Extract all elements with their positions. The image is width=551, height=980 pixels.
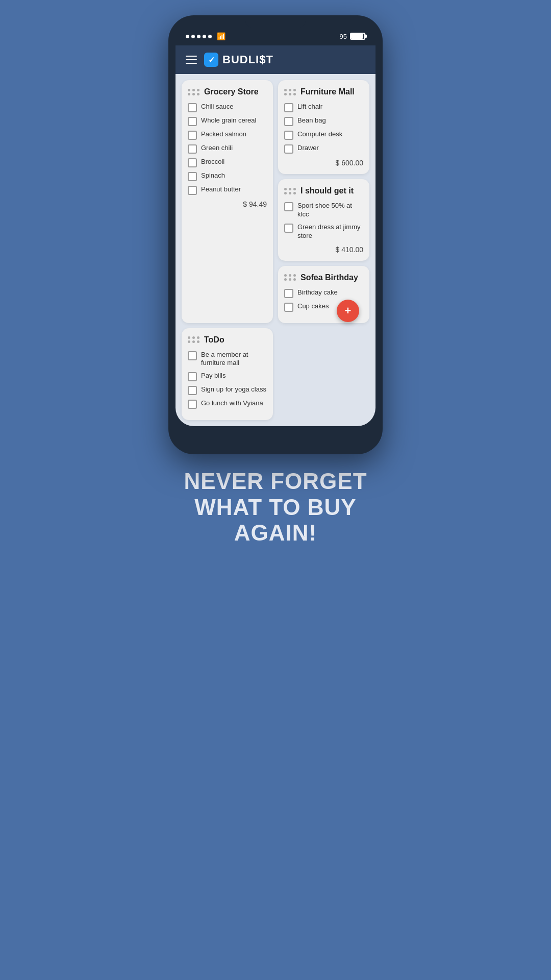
list-item: Broccoli — [188, 158, 267, 167]
checkbox[interactable] — [188, 131, 197, 140]
checkbox[interactable] — [188, 172, 197, 181]
item-text: Green dress at jimmy store — [297, 223, 363, 240]
checkbox[interactable] — [284, 224, 293, 233]
status-bar: 📶 95 — [176, 32, 375, 45]
list-title-birthday: Sofea Birthday — [300, 273, 358, 282]
item-text: Spinach — [201, 172, 225, 180]
list-header-birthday: Sofea Birthday — [284, 273, 363, 282]
item-text: Packed salmon — [201, 130, 246, 139]
item-text: Drawer — [297, 144, 319, 153]
item-text: Chili sauce — [201, 103, 234, 111]
list-item: Be a member at furniture mall — [188, 351, 267, 368]
list-item: Sign up for yoga class — [188, 385, 267, 395]
app-title: BUDLI$T — [222, 53, 273, 66]
checkbox[interactable] — [188, 103, 197, 112]
drag-handle-furniture[interactable] — [284, 89, 296, 95]
checkbox[interactable] — [188, 372, 197, 381]
item-text: Sign up for yoga class — [201, 385, 266, 394]
list-title-grocery: Grocery Store — [204, 87, 259, 96]
battery-percentage: 95 — [340, 33, 347, 40]
item-text: Bean bag — [297, 116, 326, 125]
list-header-todo: ToDo — [188, 335, 267, 345]
signal-area: 📶 — [186, 32, 226, 40]
list-header-grocery: Grocery Store — [188, 87, 267, 96]
item-text: Peanut butter — [201, 185, 241, 194]
list-item: Computer desk — [284, 130, 363, 140]
phone-shell: 📶 95 ✓ BUDLI$T — [168, 15, 383, 454]
item-text: Lift chair — [297, 103, 322, 111]
list-card-grocery: Grocery Store Chili sauce Whole grain ce… — [182, 80, 273, 323]
tagline: NEVER FORGET WHAT TO BUY AGAIN! — [153, 454, 398, 556]
battery-icon — [350, 33, 365, 40]
list-item: Spinach — [188, 172, 267, 181]
checkbox[interactable] — [284, 103, 293, 112]
app-content: Grocery Store Chili sauce Whole grain ce… — [176, 74, 375, 426]
wifi-icon: 📶 — [217, 32, 226, 40]
item-text: Whole grain cereal — [201, 116, 256, 125]
lists-grid: Grocery Store Chili sauce Whole grain ce… — [182, 80, 369, 323]
drag-handle-grocery[interactable] — [188, 89, 200, 95]
drag-handle-todo[interactable] — [188, 336, 200, 343]
drag-handle-birthday[interactable] — [284, 274, 296, 281]
list-card-todo: ToDo Be a member at furniture mall Pay b… — [182, 328, 273, 421]
item-text: Be a member at furniture mall — [201, 351, 267, 368]
checkbox[interactable] — [188, 144, 197, 154]
checkbox[interactable] — [284, 289, 293, 298]
notch — [245, 15, 306, 28]
item-text: Sport shoe 50% at klcc — [297, 202, 363, 219]
list-item: Sport shoe 50% at klcc — [284, 202, 363, 219]
list-card-birthday: Sofea Birthday Birthday cake Cup cakes + — [278, 266, 369, 323]
list-item: Birthday cake — [284, 288, 363, 298]
checkbox[interactable] — [284, 117, 293, 126]
item-text: Broccoli — [201, 158, 224, 166]
list-total-ishould: $ 410.00 — [284, 246, 363, 254]
list-header-ishould: I should get it — [284, 186, 363, 195]
drag-handle-ishould[interactable] — [284, 188, 296, 194]
list-item: Bean bag — [284, 116, 363, 126]
item-text: Pay bills — [201, 372, 226, 380]
list-total-grocery: $ 94.49 — [188, 200, 267, 208]
list-total-furniture: $ 600.00 — [284, 159, 363, 167]
list-card-furniture: Furniture Mall Lift chair Bean bag — [278, 80, 369, 174]
list-item: Peanut butter — [188, 185, 267, 195]
checkbox[interactable] — [284, 303, 293, 312]
checkbox[interactable] — [188, 386, 197, 395]
checkbox[interactable] — [188, 400, 197, 409]
checkbox[interactable] — [188, 117, 197, 126]
item-text: Green chili — [201, 144, 233, 153]
list-card-ishould: I should get it Sport shoe 50% at klcc G… — [278, 179, 369, 261]
list-item: Go lunch with Vyiana — [188, 399, 267, 409]
checkbox[interactable] — [284, 144, 293, 154]
hamburger-menu-button[interactable] — [186, 56, 197, 64]
list-item: Green dress at jimmy store — [284, 223, 363, 240]
phone-wrapper: 📶 95 ✓ BUDLI$T — [153, 0, 398, 556]
list-item: Lift chair — [284, 103, 363, 112]
checkbox[interactable] — [188, 186, 197, 195]
checkbox[interactable] — [284, 202, 293, 211]
checkbox[interactable] — [188, 158, 197, 167]
list-item: Packed salmon — [188, 130, 267, 140]
item-text: Birthday cake — [297, 288, 338, 297]
logo: ✓ BUDLI$T — [204, 53, 273, 67]
battery-area: 95 — [340, 33, 365, 40]
checkbox[interactable] — [284, 131, 293, 140]
app-header: ✓ BUDLI$T — [176, 45, 375, 74]
item-text: Computer desk — [297, 130, 342, 139]
list-title-furniture: Furniture Mall — [300, 87, 355, 96]
list-item: Pay bills — [188, 372, 267, 381]
list-item: Chili sauce — [188, 103, 267, 112]
list-title-ishould: I should get it — [300, 186, 354, 195]
add-item-fab[interactable]: + — [337, 300, 359, 322]
logo-check-icon: ✓ — [204, 53, 218, 67]
item-text: Cup cakes — [297, 302, 329, 311]
list-header-furniture: Furniture Mall — [284, 87, 363, 96]
item-text: Go lunch with Vyiana — [201, 399, 263, 408]
list-item: Whole grain cereal — [188, 116, 267, 126]
list-item: Green chili — [188, 144, 267, 154]
list-title-todo: ToDo — [204, 335, 224, 345]
checkbox[interactable] — [188, 351, 197, 360]
list-item: Drawer — [284, 144, 363, 154]
